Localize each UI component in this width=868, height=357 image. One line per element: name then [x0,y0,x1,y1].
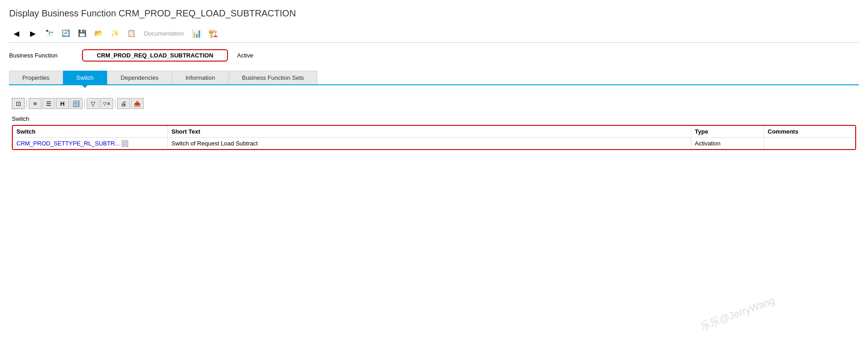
tab-dependencies[interactable]: Dependencies [108,71,172,84]
tabs-container: Properties Switch Dependencies Informati… [9,71,859,85]
switch-table: Switch Short Text Type Comments CRM_PROD… [12,125,856,150]
open-button[interactable]: 📂 [91,27,106,40]
business-function-label: Business Function [9,52,73,59]
cell-shorttext: Switch of Request Load Subtract [168,138,691,149]
align-center-icon: ☰ [46,100,52,107]
folder-icon: 📂 [94,29,103,37]
add-row-icon: 🔢 [72,100,80,107]
export-icon: 📤 [134,100,141,107]
align-center-button[interactable]: ☰ [42,98,55,109]
print-button[interactable]: 🖨 [117,98,130,109]
inner-toolbar: ⊡ ≡ ☰ H 🔢 ▽ ▽✕ 🖨 [9,96,859,111]
documentation-label[interactable]: Documentation [140,30,187,37]
page-title: Display Business Function CRM_PROD_REQ_L… [9,5,859,19]
back-button[interactable]: ◀ [9,27,24,40]
export-button[interactable]: 📤 [131,98,144,109]
column-icon: H [60,100,64,107]
hierarchy-button[interactable]: 🏗️ [206,27,220,40]
filter-remove-icon: ▽✕ [103,101,110,106]
section-header: Switch [9,114,859,123]
forward-button[interactable]: ▶ [26,27,40,40]
table-header-row: Switch Short Text Type Comments [13,126,855,138]
forward-icon: ▶ [30,29,36,38]
list-button[interactable]: 📋 [124,27,139,40]
toolbar-divider-2 [84,99,85,108]
select-all-icon: ⊡ [16,100,21,107]
filter-remove-button[interactable]: ▽✕ [100,98,113,109]
select-all-button[interactable]: ⊡ [12,98,25,109]
back-icon: ◀ [14,29,19,38]
cell-switch: CRM_PROD_SETTYPE_RL_SUBTR... □ [13,138,168,149]
main-toolbar: ◀ ▶ 🔭 🔄 💾 📂 ✨ 📋 Documentation 📊 🏗️ [9,24,859,43]
refresh-icon: 🔄 [62,29,70,37]
table-row: CRM_PROD_SETTYPE_RL_SUBTR... □ Switch of… [13,138,855,149]
binoculars-icon: 🔭 [45,29,54,37]
business-function-value: CRM_PROD_REQ_LOAD_SUBTRACTION [82,49,228,62]
save-button[interactable]: 💾 [75,27,89,40]
tab-switch[interactable]: Switch [63,71,107,84]
chart-icon: 📊 [192,29,202,38]
cell-comments [764,138,855,149]
col-header-shorttext: Short Text [168,126,691,137]
field-row: Business Function CRM_PROD_REQ_LOAD_SUBT… [9,49,859,62]
col-header-type: Type [691,126,764,137]
tab-properties[interactable]: Properties [9,71,62,84]
watermark: 乐乐@JerryWang [698,294,777,334]
cell-type: Activation [691,138,764,149]
filter-button[interactable]: ▽ [87,98,99,109]
content-area: ⊡ ≡ ☰ H 🔢 ▽ ▽✕ 🖨 [9,92,859,156]
main-container: Display Business Function CRM_PROD_REQ_L… [0,0,868,357]
align-left-button[interactable]: ≡ [29,98,41,109]
hierarchy-icon: 🏗️ [208,29,218,38]
print-icon: 🖨 [121,100,127,107]
browse-button[interactable]: □ [122,140,128,147]
tab-information[interactable]: Information [172,71,228,84]
col-header-switch: Switch [13,126,168,137]
col-header-comments: Comments [764,126,855,137]
toolbar-divider-3 [115,99,115,108]
tab-business-function-sets[interactable]: Business Function Sets [229,71,317,84]
chart-button[interactable]: 📊 [189,27,204,40]
column-button[interactable]: H [56,98,69,109]
list-icon: 📋 [127,29,136,37]
filter-icon: ▽ [91,100,95,107]
toolbar-divider-1 [26,99,27,108]
wand-button[interactable]: ✨ [108,27,122,40]
add-row-button[interactable]: 🔢 [70,98,83,109]
status-badge: Active [237,52,253,59]
refresh-button[interactable]: 🔄 [58,27,73,40]
save-icon: 💾 [78,29,87,37]
wand-icon: ✨ [111,29,119,37]
search-button[interactable]: 🔭 [42,27,57,40]
align-left-icon: ≡ [33,100,37,107]
